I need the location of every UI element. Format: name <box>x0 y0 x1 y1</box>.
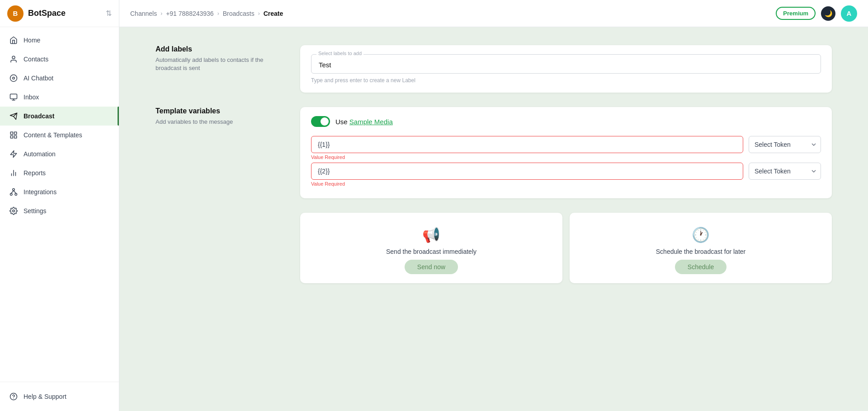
breadcrumb-phone[interactable]: +91 7888243936 <box>166 10 214 17</box>
svg-marker-9 <box>10 151 17 158</box>
svg-point-1 <box>10 75 17 82</box>
brand-name: BotSpace <box>28 9 66 18</box>
labels-input[interactable] <box>311 54 821 74</box>
integrations-icon <box>9 187 18 196</box>
sidebar-item-help-support[interactable]: Help & Support <box>9 388 110 406</box>
reports-icon <box>9 168 18 177</box>
template-variables-label: Template variables Add variables to the … <box>156 107 282 126</box>
add-labels-label: Add labels Automatically add labels to c… <box>156 45 282 72</box>
breadcrumb-sep3: › <box>258 10 260 17</box>
sample-media-toggle[interactable] <box>311 116 330 127</box>
variable-input-1[interactable] <box>311 136 743 153</box>
broadcast-options-container: 📢 Send the broadcast immediately Send no… <box>300 213 832 283</box>
svg-rect-6 <box>14 132 17 134</box>
variable-2-wrap: Value Required <box>311 163 743 187</box>
sidebar-item-reports[interactable]: Reports <box>0 163 119 182</box>
breadcrumb: Channels › +91 7888243936 › Broadcasts ›… <box>130 10 283 17</box>
sidebar-item-contacts[interactable]: Contacts <box>0 50 119 69</box>
sidebar-item-inbox[interactable]: Inbox <box>0 88 119 107</box>
sidebar-footer: Help & Support <box>0 382 119 411</box>
sidebar-label-automation: Automation <box>24 150 56 158</box>
breadcrumb-broadcasts[interactable]: Broadcasts <box>223 10 255 17</box>
use-sample-prefix: Use <box>335 118 349 126</box>
inbox-icon <box>9 93 18 102</box>
variable-row-1: Value Required Select Token <box>311 136 821 160</box>
sidebar-label-inbox: Inbox <box>24 93 39 101</box>
nav-menu: Home Contacts AI Chatbot Inbox Broadcast <box>0 27 119 382</box>
sidebar-item-settings[interactable]: Settings <box>0 201 119 220</box>
label-hint: Type and press enter to create a new Lab… <box>311 77 821 84</box>
svg-rect-7 <box>10 136 13 138</box>
sidebar-label-settings: Settings <box>24 207 47 215</box>
template-variables-card: Use Sample Media Value Required Select T… <box>300 107 832 198</box>
broadcast-immediate-icon: 📢 <box>422 226 440 243</box>
template-variables-section: Template variables Add variables to the … <box>156 107 832 198</box>
schedule-button[interactable]: Schedule <box>675 260 726 274</box>
add-labels-description: Automatically add labels to contacts if … <box>156 56 282 72</box>
svg-line-17 <box>14 191 16 193</box>
sidebar-item-integrations[interactable]: Integrations <box>0 182 119 201</box>
sort-icon[interactable]: ⇅ <box>106 9 112 18</box>
svg-rect-8 <box>14 136 17 138</box>
sidebar-label-help: Help & Support <box>24 393 66 400</box>
add-labels-section: Add labels Automatically add labels to c… <box>156 45 832 93</box>
sample-media-link[interactable]: Sample Media <box>349 118 393 126</box>
svg-rect-3 <box>10 94 17 99</box>
sidebar-item-broadcast[interactable]: Broadcast <box>0 107 119 126</box>
main-area: Channels › +91 7888243936 › Broadcasts ›… <box>119 0 868 411</box>
schedule-icon: 🕐 <box>692 226 710 243</box>
send-now-option: 📢 Send the broadcast immediately Send no… <box>300 213 562 283</box>
topbar-actions: Premium 🌙 A <box>776 5 857 22</box>
variable-row-2: Value Required Select Token <box>311 163 821 187</box>
broadcast-icon <box>9 112 18 121</box>
broadcast-options-section: 📢 Send the broadcast immediately Send no… <box>156 213 832 283</box>
topbar: Channels › +91 7888243936 › Broadcasts ›… <box>119 0 868 27</box>
sidebar-item-automation[interactable]: Automation <box>0 145 119 163</box>
send-now-button[interactable]: Send now <box>405 260 458 274</box>
sidebar-label-integrations: Integrations <box>24 188 57 196</box>
sidebar-label-ai-chatbot: AI Chatbot <box>24 75 53 82</box>
toggle-row: Use Sample Media <box>311 116 821 127</box>
sidebar-item-ai-chatbot[interactable]: AI Chatbot <box>0 69 119 88</box>
settings-icon <box>9 206 18 215</box>
toggle-label: Use Sample Media <box>335 118 393 126</box>
breadcrumb-current: Create <box>264 10 283 17</box>
breadcrumb-channels[interactable]: Channels <box>130 10 157 17</box>
sidebar-label-reports: Reports <box>24 169 46 177</box>
sidebar-item-content-templates[interactable]: Content & Templates <box>0 126 119 145</box>
svg-point-18 <box>13 210 15 212</box>
help-icon <box>9 392 18 401</box>
home-icon <box>9 36 18 45</box>
template-variables-description: Add variables to the message <box>156 118 282 126</box>
svg-line-16 <box>11 191 14 193</box>
svg-marker-4 <box>10 113 17 117</box>
svg-rect-5 <box>10 132 13 134</box>
brand-avatar: B <box>7 5 24 22</box>
broadcast-immediate-desc: Send the broadcast immediately <box>386 248 476 255</box>
sidebar-item-home[interactable]: Home <box>0 31 119 50</box>
templates-icon <box>9 131 18 140</box>
schedule-option: 🕐 Schedule the broadcast for later Sched… <box>570 213 832 283</box>
premium-button[interactable]: Premium <box>776 7 816 20</box>
variable-1-error: Value Required <box>311 154 743 160</box>
variable-1-wrap: Value Required <box>311 136 743 160</box>
token-select-1[interactable]: Select Token <box>749 136 821 153</box>
schedule-desc: Schedule the broadcast for later <box>656 248 745 255</box>
variable-input-2[interactable] <box>311 163 743 180</box>
sidebar-label-home: Home <box>24 37 40 44</box>
breadcrumb-sep1: › <box>160 10 162 17</box>
label-field-wrapper: Select labels to add <box>311 54 821 74</box>
user-avatar[interactable]: A <box>841 5 857 22</box>
svg-point-0 <box>12 56 15 59</box>
automation-icon <box>9 149 18 159</box>
svg-point-2 <box>13 77 15 79</box>
template-variables-title: Template variables <box>156 107 282 115</box>
variable-2-error: Value Required <box>311 181 743 187</box>
token-select-2[interactable]: Select Token <box>749 163 821 180</box>
breadcrumb-sep2: › <box>217 10 219 17</box>
add-labels-title: Add labels <box>156 45 282 53</box>
sidebar-label-contacts: Contacts <box>24 56 48 63</box>
sidebar-label-broadcast: Broadcast <box>24 112 54 120</box>
theme-toggle-button[interactable]: 🌙 <box>821 6 835 21</box>
label-field-label: Select labels to add <box>316 51 363 56</box>
